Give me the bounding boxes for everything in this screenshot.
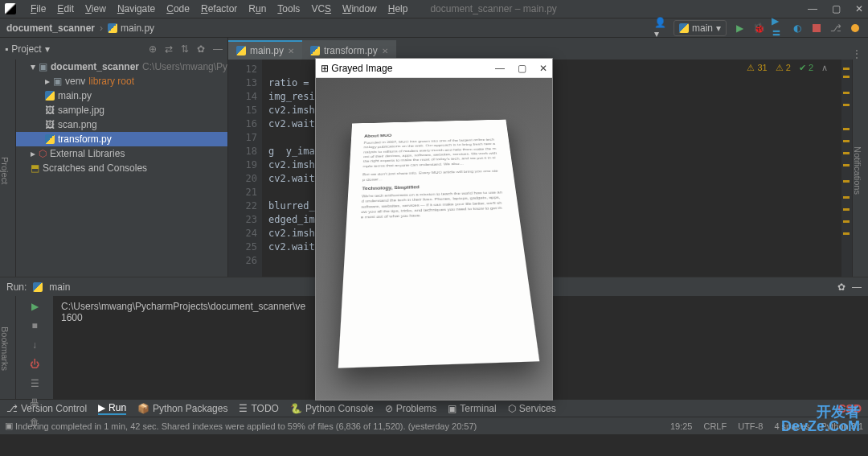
hide-tool-icon[interactable]: —: [213, 43, 223, 55]
settings-icon[interactable]: ✿: [197, 43, 205, 55]
run-label: Run:: [6, 281, 27, 293]
titlebar: File Edit View Navigate Code Refactor Ru…: [0, 0, 868, 18]
menu-edit[interactable]: Edit: [52, 2, 79, 16]
tab-python-console[interactable]: 🐍 Python Console: [290, 403, 374, 414]
run-settings-icon[interactable]: ✿: [837, 281, 845, 293]
stop-button[interactable]: ■: [31, 320, 37, 331]
tab-services[interactable]: ⬡ Services: [508, 403, 556, 414]
tab-todo[interactable]: ☰ TODO: [239, 403, 278, 414]
doc-para-2: We're tech enthusiasts on a mission to t…: [361, 190, 506, 220]
user-icon[interactable]: 👤▾: [654, 22, 667, 35]
collapse-all-icon[interactable]: ⇅: [181, 43, 189, 55]
warnings-badge[interactable]: ⚠ 31: [747, 63, 767, 73]
menu-refactor[interactable]: Refactor: [196, 2, 242, 16]
menu-run[interactable]: Run: [244, 2, 271, 16]
editor-tabs: main.py✕ transform.py✕ ⋮: [228, 38, 868, 60]
tree-external-libs[interactable]: ▸ ⬡ External Libraries: [16, 146, 227, 161]
search-everywhere-icon[interactable]: [849, 22, 862, 35]
menu-tools[interactable]: Tools: [272, 2, 305, 16]
python-icon: [108, 23, 117, 33]
tree-file-scan[interactable]: 🖼 scan.png: [16, 117, 227, 132]
menu-help[interactable]: Help: [383, 2, 413, 16]
menu-vcs[interactable]: VCS: [306, 2, 336, 16]
menu-window[interactable]: Window: [338, 2, 382, 16]
python-icon: [236, 46, 246, 55]
devze-watermark: 开发者 DevZe.CoM: [781, 405, 860, 433]
down-button[interactable]: ↓: [32, 339, 37, 351]
opencv-minimize[interactable]: —: [495, 63, 505, 74]
document-paper: About MUO Founded in 2007, MUO has grown…: [338, 120, 540, 368]
scroll-to-source-icon[interactable]: ⊕: [149, 43, 157, 55]
tab-terminal[interactable]: ▣ Terminal: [448, 403, 496, 414]
breadcrumb-project[interactable]: document_scanner: [6, 23, 95, 34]
toggle-button[interactable]: ☰: [31, 378, 39, 389]
ok-badge[interactable]: ✔ 2: [799, 63, 813, 73]
tab-options-icon[interactable]: ⋮: [852, 48, 862, 60]
project-view-selector[interactable]: ▪ Project ▾: [5, 43, 50, 55]
vcs-icon[interactable]: ⎇: [829, 22, 842, 35]
left-tool-strip-lower: Bookmarks Structure: [0, 296, 16, 399]
menu-file[interactable]: File: [26, 2, 51, 16]
run-toolbar: ▶ ■ ↓ ⏻ ☰ 🖶 🗑: [16, 296, 53, 399]
project-tool-tab[interactable]: Project: [0, 157, 10, 184]
tool-row: ▪ Project ▾ ⊕ ⇄ ⇅ ✿ — main.py✕ transform…: [0, 37, 868, 60]
run-hide-icon[interactable]: —: [852, 281, 862, 293]
maximize-button[interactable]: ▢: [832, 3, 841, 14]
inspection-badges[interactable]: ⚠ 31 ⚠ 2 ✔ 2 ∧: [747, 63, 828, 73]
python-icon: [33, 282, 43, 292]
main-menu: File Edit View Navigate Code Refactor Ru…: [26, 2, 412, 16]
python-icon: [679, 23, 689, 33]
tab-run[interactable]: ▶ Run: [98, 402, 126, 415]
close-tab-icon[interactable]: ✕: [288, 47, 294, 55]
project-tree: ▾ ▣ document_scanner C:\Users\mwang\Pych…: [16, 60, 228, 277]
bookmarks-tool-tab[interactable]: Bookmarks: [0, 327, 10, 371]
menu-code[interactable]: Code: [162, 2, 194, 16]
window-title: document_scanner – main.py: [430, 3, 556, 14]
tab-version-control[interactable]: ⎇ Version Control: [6, 403, 87, 414]
breadcrumb: document_scanner › main.py: [6, 23, 154, 34]
editor-gutter: 121314151617181920212223242526: [228, 60, 262, 277]
opencv-close[interactable]: ✕: [539, 63, 547, 74]
expand-all-icon[interactable]: ⇄: [165, 43, 173, 55]
tree-root[interactable]: ▾ ▣ document_scanner C:\Users\mwang\Pych…: [16, 60, 227, 74]
weak-warnings-badge[interactable]: ⚠ 2: [776, 63, 791, 73]
menu-navigate[interactable]: Navigate: [113, 2, 160, 16]
left-tool-strip: Project: [0, 60, 16, 277]
tree-file-transform[interactable]: transform.py: [16, 132, 227, 146]
run-coverage-button[interactable]: ▶〓: [772, 22, 784, 35]
stop-button[interactable]: [810, 22, 823, 35]
tree-file-main[interactable]: main.py: [16, 88, 227, 103]
bottom-tool-tabs: ⎇ Version Control ▶ Run 📦 Python Package…: [0, 399, 868, 417]
status-encoding[interactable]: UTF-8: [738, 421, 763, 431]
tree-venv[interactable]: ▸ ▣ venv library root: [16, 74, 227, 88]
tab-python-packages[interactable]: 📦 Python Packages: [137, 403, 227, 414]
status-tool-icon[interactable]: ▣: [5, 421, 13, 431]
tab-problems[interactable]: ⊘ Problems: [385, 403, 437, 414]
breadcrumb-file[interactable]: main.py: [108, 23, 154, 34]
close-button[interactable]: ✕: [855, 3, 863, 14]
status-time: 19:25: [670, 421, 693, 431]
opencv-maximize[interactable]: ▢: [518, 63, 526, 74]
tree-file-sample[interactable]: 🖼 sample.jpg: [16, 103, 227, 117]
doc-para-1b: But we don't just share info. Every MUO …: [362, 168, 501, 182]
run-config-selector[interactable]: main ▾: [674, 20, 727, 36]
exit-button[interactable]: ⏻: [30, 359, 39, 370]
debug-button[interactable]: 🐞: [752, 22, 765, 35]
profile-button[interactable]: ◐: [791, 22, 804, 35]
run-button[interactable]: ▶: [733, 22, 746, 35]
editor-right-gutter[interactable]: [841, 60, 852, 277]
opencv-titlebar[interactable]: ⊞ Grayed Image — ▢ ✕: [316, 59, 552, 78]
notifications-tool-tab[interactable]: Notifications: [853, 146, 862, 195]
tree-scratches[interactable]: ⬒ Scratches and Consoles: [16, 161, 227, 175]
editor-tab-transform[interactable]: transform.py✕: [302, 40, 396, 60]
close-tab-icon[interactable]: ✕: [382, 47, 388, 55]
minimize-button[interactable]: —: [808, 3, 817, 14]
menu-view[interactable]: View: [80, 2, 111, 16]
editor-tab-main[interactable]: main.py✕: [228, 40, 302, 60]
inspection-menu-icon[interactable]: ∧: [821, 63, 828, 73]
status-line-sep[interactable]: CRLF: [703, 421, 727, 431]
status-bar: ▣ Indexing completed in 1 min, 42 sec. S…: [0, 417, 868, 434]
opencv-window[interactable]: ⊞ Grayed Image — ▢ ✕ About MUO Founded i…: [315, 58, 553, 401]
opencv-title: Grayed Image: [331, 63, 392, 74]
rerun-button[interactable]: ▶: [31, 301, 39, 312]
